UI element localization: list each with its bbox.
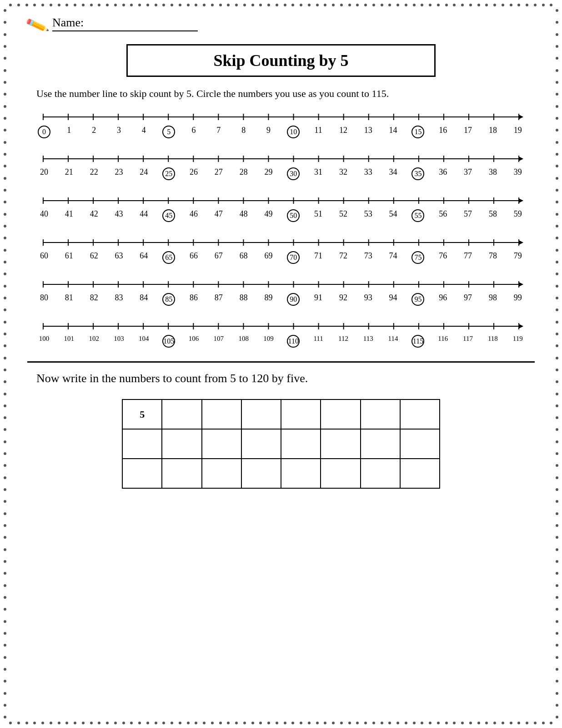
- grid-cell[interactable]: [321, 459, 360, 488]
- grid-cell[interactable]: [241, 459, 281, 488]
- nl-number-32: 32: [332, 167, 355, 180]
- svg-marker-89: [519, 282, 523, 287]
- nl-number-17: 17: [457, 126, 479, 138]
- nl-number-72: 72: [332, 251, 355, 264]
- nl-number-25: 25: [157, 167, 180, 180]
- nl-number-73: 73: [357, 251, 380, 264]
- number-line-labels: 012345678910111213141516171819: [32, 126, 530, 138]
- nl-number-6: 6: [182, 126, 205, 138]
- nl-number-50: 50: [282, 209, 305, 222]
- nl-number-46: 46: [182, 209, 205, 222]
- grid-cell[interactable]: [321, 429, 360, 459]
- nl-number-5: 5: [157, 126, 180, 138]
- nl-number-77: 77: [457, 251, 479, 264]
- nl-number-82: 82: [83, 293, 105, 306]
- nl-number-95: 95: [406, 293, 429, 306]
- nl-number-43: 43: [107, 209, 130, 222]
- grid-cell[interactable]: [241, 399, 281, 429]
- nl-number-118: 118: [482, 335, 504, 348]
- nl-number-91: 91: [307, 293, 330, 306]
- grid-cell[interactable]: [122, 459, 162, 488]
- circled-number: 35: [411, 167, 424, 180]
- number-line-labels: 8081828384858687888990919293949596979899: [32, 293, 530, 306]
- nl-number-31: 31: [307, 167, 330, 180]
- circled-number: 25: [162, 167, 175, 180]
- nl-number-60: 60: [33, 251, 55, 264]
- nl-number-69: 69: [257, 251, 280, 264]
- nl-number-20: 20: [33, 167, 55, 180]
- nl-number-70: 70: [282, 251, 305, 264]
- nl-number-9: 9: [257, 126, 280, 138]
- nl-number-81: 81: [58, 293, 80, 306]
- nl-number-59: 59: [507, 209, 529, 222]
- dot-col-right: for(let i=0;i<60;i++) document.currentSc…: [556, 0, 558, 728]
- circled-number: 50: [287, 209, 300, 222]
- grid-cell[interactable]: [400, 429, 440, 459]
- nl-number-45: 45: [157, 209, 180, 222]
- grid-cell[interactable]: [241, 429, 281, 459]
- nl-number-119: 119: [507, 335, 529, 348]
- nl-number-55: 55: [406, 209, 429, 222]
- nl-number-100: 100: [33, 335, 55, 348]
- grid-cell[interactable]: [281, 459, 321, 488]
- circled-number: 95: [411, 293, 424, 306]
- grid-cell[interactable]: [202, 429, 241, 459]
- nl-svg-line: [32, 194, 530, 207]
- nl-number-92: 92: [332, 293, 355, 306]
- grid-cell[interactable]: [400, 399, 440, 429]
- nl-number-115: 115: [406, 335, 429, 348]
- grid-cell[interactable]: [162, 429, 201, 459]
- grid-row: [122, 459, 440, 488]
- circled-number: 0: [38, 126, 50, 138]
- svg-marker-67: [519, 240, 523, 245]
- grid-cell[interactable]: [281, 399, 321, 429]
- grid-cell[interactable]: [361, 459, 400, 488]
- grid-cell[interactable]: [361, 399, 400, 429]
- number-line-labels: 1001011021031041051061071081091101111121…: [32, 335, 530, 348]
- grid-cell[interactable]: [400, 459, 440, 488]
- nl-number-103: 103: [107, 335, 130, 348]
- grid-cell[interactable]: [162, 459, 201, 488]
- nl-number-79: 79: [507, 251, 529, 264]
- nl-number-1: 1: [58, 126, 80, 138]
- number-line-labels: 2021222324252627282930313233343536373839: [32, 167, 530, 180]
- grid-cell[interactable]: [202, 399, 241, 429]
- nl-number-113: 113: [357, 335, 380, 348]
- grid-cell[interactable]: [202, 459, 241, 488]
- nl-number-48: 48: [232, 209, 255, 222]
- number-line-row: 6061626364656667686970717273747576777879: [32, 236, 530, 264]
- nl-number-7: 7: [207, 126, 230, 138]
- worksheet-page: for(let i=0;i<60;i++) document.currentSc…: [0, 0, 562, 728]
- nl-number-64: 64: [132, 251, 155, 264]
- nl-number-87: 87: [207, 293, 230, 306]
- svg-marker-23: [519, 157, 523, 161]
- nl-number-38: 38: [482, 167, 504, 180]
- nl-number-63: 63: [107, 251, 130, 264]
- instructions-text: Use the number line to skip count by 5. …: [36, 86, 526, 101]
- nl-number-116: 116: [432, 335, 454, 348]
- dot-row-top: for(let i=0;i<68;i++) document.currentSc…: [0, 4, 562, 6]
- nl-number-65: 65: [157, 251, 180, 264]
- nl-number-51: 51: [307, 209, 330, 222]
- grid-cell[interactable]: 5: [122, 399, 162, 429]
- number-line-row: 4041424344454647484950515253545556575859: [32, 194, 530, 222]
- nl-number-53: 53: [357, 209, 380, 222]
- grid-cell[interactable]: [281, 429, 321, 459]
- svg-marker-45: [519, 198, 523, 203]
- nl-number-86: 86: [182, 293, 205, 306]
- name-label[interactable]: Name:: [52, 16, 198, 31]
- nl-number-37: 37: [457, 167, 479, 180]
- nl-number-90: 90: [282, 293, 305, 306]
- grid-cell[interactable]: [321, 399, 360, 429]
- section2-text: Now write in the numbers to count from 5…: [36, 372, 526, 385]
- grid-cell[interactable]: [162, 399, 201, 429]
- nl-number-11: 11: [307, 126, 330, 138]
- circled-number: 85: [162, 293, 175, 306]
- nl-number-23: 23: [107, 167, 130, 180]
- nl-number-39: 39: [507, 167, 529, 180]
- grid-cell[interactable]: [361, 429, 400, 459]
- nl-number-19: 19: [507, 126, 529, 138]
- nl-number-34: 34: [382, 167, 405, 180]
- nl-number-74: 74: [382, 251, 405, 264]
- grid-cell[interactable]: [122, 429, 162, 459]
